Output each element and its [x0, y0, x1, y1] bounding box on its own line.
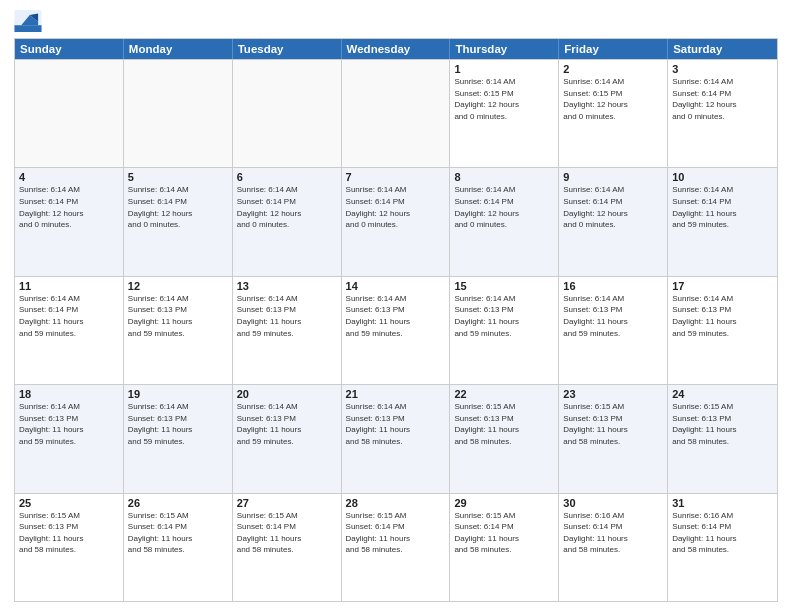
day-number: 4 — [19, 171, 119, 183]
week-row-3: 11Sunrise: 6:14 AM Sunset: 6:14 PM Dayli… — [15, 276, 777, 384]
day-header-thursday: Thursday — [450, 39, 559, 59]
day-number: 13 — [237, 280, 337, 292]
cal-cell: 4Sunrise: 6:14 AM Sunset: 6:14 PM Daylig… — [15, 168, 124, 275]
logo-icon — [14, 10, 42, 32]
day-number: 18 — [19, 388, 119, 400]
cal-cell: 2Sunrise: 6:14 AM Sunset: 6:15 PM Daylig… — [559, 60, 668, 167]
day-info: Sunrise: 6:14 AM Sunset: 6:13 PM Dayligh… — [237, 293, 337, 339]
calendar-header: SundayMondayTuesdayWednesdayThursdayFrid… — [15, 39, 777, 59]
cal-cell: 18Sunrise: 6:14 AM Sunset: 6:13 PM Dayli… — [15, 385, 124, 492]
cal-cell: 24Sunrise: 6:15 AM Sunset: 6:13 PM Dayli… — [668, 385, 777, 492]
header — [14, 10, 778, 32]
cal-cell: 23Sunrise: 6:15 AM Sunset: 6:13 PM Dayli… — [559, 385, 668, 492]
day-info: Sunrise: 6:14 AM Sunset: 6:14 PM Dayligh… — [237, 184, 337, 230]
cal-cell: 15Sunrise: 6:14 AM Sunset: 6:13 PM Dayli… — [450, 277, 559, 384]
day-info: Sunrise: 6:15 AM Sunset: 6:14 PM Dayligh… — [128, 510, 228, 556]
cal-cell: 22Sunrise: 6:15 AM Sunset: 6:13 PM Dayli… — [450, 385, 559, 492]
day-info: Sunrise: 6:16 AM Sunset: 6:14 PM Dayligh… — [672, 510, 773, 556]
cal-cell — [124, 60, 233, 167]
day-info: Sunrise: 6:15 AM Sunset: 6:13 PM Dayligh… — [672, 401, 773, 447]
cal-cell: 13Sunrise: 6:14 AM Sunset: 6:13 PM Dayli… — [233, 277, 342, 384]
day-number: 26 — [128, 497, 228, 509]
cal-cell: 25Sunrise: 6:15 AM Sunset: 6:13 PM Dayli… — [15, 494, 124, 601]
cal-cell: 5Sunrise: 6:14 AM Sunset: 6:14 PM Daylig… — [124, 168, 233, 275]
week-row-5: 25Sunrise: 6:15 AM Sunset: 6:13 PM Dayli… — [15, 493, 777, 601]
day-number: 22 — [454, 388, 554, 400]
day-number: 9 — [563, 171, 663, 183]
day-info: Sunrise: 6:16 AM Sunset: 6:14 PM Dayligh… — [563, 510, 663, 556]
cal-cell: 7Sunrise: 6:14 AM Sunset: 6:14 PM Daylig… — [342, 168, 451, 275]
cal-cell: 3Sunrise: 6:14 AM Sunset: 6:14 PM Daylig… — [668, 60, 777, 167]
cal-cell: 20Sunrise: 6:14 AM Sunset: 6:13 PM Dayli… — [233, 385, 342, 492]
cal-cell: 29Sunrise: 6:15 AM Sunset: 6:14 PM Dayli… — [450, 494, 559, 601]
day-info: Sunrise: 6:14 AM Sunset: 6:13 PM Dayligh… — [672, 293, 773, 339]
day-number: 19 — [128, 388, 228, 400]
day-number: 2 — [563, 63, 663, 75]
day-info: Sunrise: 6:14 AM Sunset: 6:14 PM Dayligh… — [128, 184, 228, 230]
day-info: Sunrise: 6:14 AM Sunset: 6:13 PM Dayligh… — [346, 293, 446, 339]
svg-rect-3 — [14, 25, 41, 32]
cal-cell: 6Sunrise: 6:14 AM Sunset: 6:14 PM Daylig… — [233, 168, 342, 275]
week-row-4: 18Sunrise: 6:14 AM Sunset: 6:13 PM Dayli… — [15, 384, 777, 492]
cal-cell: 28Sunrise: 6:15 AM Sunset: 6:14 PM Dayli… — [342, 494, 451, 601]
day-info: Sunrise: 6:14 AM Sunset: 6:13 PM Dayligh… — [454, 293, 554, 339]
cal-cell — [233, 60, 342, 167]
day-number: 15 — [454, 280, 554, 292]
cal-cell — [15, 60, 124, 167]
day-info: Sunrise: 6:14 AM Sunset: 6:14 PM Dayligh… — [19, 184, 119, 230]
cal-cell: 9Sunrise: 6:14 AM Sunset: 6:14 PM Daylig… — [559, 168, 668, 275]
day-number: 5 — [128, 171, 228, 183]
cal-cell: 21Sunrise: 6:14 AM Sunset: 6:13 PM Dayli… — [342, 385, 451, 492]
day-number: 27 — [237, 497, 337, 509]
day-number: 1 — [454, 63, 554, 75]
day-info: Sunrise: 6:14 AM Sunset: 6:14 PM Dayligh… — [346, 184, 446, 230]
week-row-1: 1Sunrise: 6:14 AM Sunset: 6:15 PM Daylig… — [15, 59, 777, 167]
week-row-2: 4Sunrise: 6:14 AM Sunset: 6:14 PM Daylig… — [15, 167, 777, 275]
day-number: 3 — [672, 63, 773, 75]
cal-cell: 8Sunrise: 6:14 AM Sunset: 6:14 PM Daylig… — [450, 168, 559, 275]
day-info: Sunrise: 6:15 AM Sunset: 6:13 PM Dayligh… — [563, 401, 663, 447]
day-info: Sunrise: 6:14 AM Sunset: 6:14 PM Dayligh… — [672, 184, 773, 230]
day-info: Sunrise: 6:14 AM Sunset: 6:13 PM Dayligh… — [19, 401, 119, 447]
day-number: 31 — [672, 497, 773, 509]
day-info: Sunrise: 6:14 AM Sunset: 6:13 PM Dayligh… — [128, 293, 228, 339]
logo — [14, 10, 46, 32]
day-info: Sunrise: 6:14 AM Sunset: 6:13 PM Dayligh… — [237, 401, 337, 447]
day-number: 8 — [454, 171, 554, 183]
cal-cell: 11Sunrise: 6:14 AM Sunset: 6:14 PM Dayli… — [15, 277, 124, 384]
day-number: 17 — [672, 280, 773, 292]
cal-cell: 16Sunrise: 6:14 AM Sunset: 6:13 PM Dayli… — [559, 277, 668, 384]
day-number: 11 — [19, 280, 119, 292]
cal-cell — [342, 60, 451, 167]
day-info: Sunrise: 6:15 AM Sunset: 6:13 PM Dayligh… — [454, 401, 554, 447]
day-info: Sunrise: 6:14 AM Sunset: 6:13 PM Dayligh… — [563, 293, 663, 339]
calendar: SundayMondayTuesdayWednesdayThursdayFrid… — [14, 38, 778, 602]
day-info: Sunrise: 6:14 AM Sunset: 6:14 PM Dayligh… — [19, 293, 119, 339]
cal-cell: 30Sunrise: 6:16 AM Sunset: 6:14 PM Dayli… — [559, 494, 668, 601]
day-number: 14 — [346, 280, 446, 292]
day-number: 30 — [563, 497, 663, 509]
cal-cell: 17Sunrise: 6:14 AM Sunset: 6:13 PM Dayli… — [668, 277, 777, 384]
day-header-monday: Monday — [124, 39, 233, 59]
cal-cell: 19Sunrise: 6:14 AM Sunset: 6:13 PM Dayli… — [124, 385, 233, 492]
day-info: Sunrise: 6:15 AM Sunset: 6:13 PM Dayligh… — [19, 510, 119, 556]
day-info: Sunrise: 6:15 AM Sunset: 6:14 PM Dayligh… — [346, 510, 446, 556]
day-info: Sunrise: 6:14 AM Sunset: 6:15 PM Dayligh… — [563, 76, 663, 122]
day-header-sunday: Sunday — [15, 39, 124, 59]
calendar-body: 1Sunrise: 6:14 AM Sunset: 6:15 PM Daylig… — [15, 59, 777, 601]
day-number: 7 — [346, 171, 446, 183]
day-info: Sunrise: 6:14 AM Sunset: 6:14 PM Dayligh… — [563, 184, 663, 230]
cal-cell: 27Sunrise: 6:15 AM Sunset: 6:14 PM Dayli… — [233, 494, 342, 601]
day-info: Sunrise: 6:14 AM Sunset: 6:14 PM Dayligh… — [454, 184, 554, 230]
day-number: 28 — [346, 497, 446, 509]
day-info: Sunrise: 6:14 AM Sunset: 6:13 PM Dayligh… — [128, 401, 228, 447]
day-number: 16 — [563, 280, 663, 292]
day-info: Sunrise: 6:14 AM Sunset: 6:13 PM Dayligh… — [346, 401, 446, 447]
cal-cell: 31Sunrise: 6:16 AM Sunset: 6:14 PM Dayli… — [668, 494, 777, 601]
page: SundayMondayTuesdayWednesdayThursdayFrid… — [0, 0, 792, 612]
day-header-tuesday: Tuesday — [233, 39, 342, 59]
cal-cell: 12Sunrise: 6:14 AM Sunset: 6:13 PM Dayli… — [124, 277, 233, 384]
day-header-saturday: Saturday — [668, 39, 777, 59]
day-number: 29 — [454, 497, 554, 509]
cal-cell: 14Sunrise: 6:14 AM Sunset: 6:13 PM Dayli… — [342, 277, 451, 384]
